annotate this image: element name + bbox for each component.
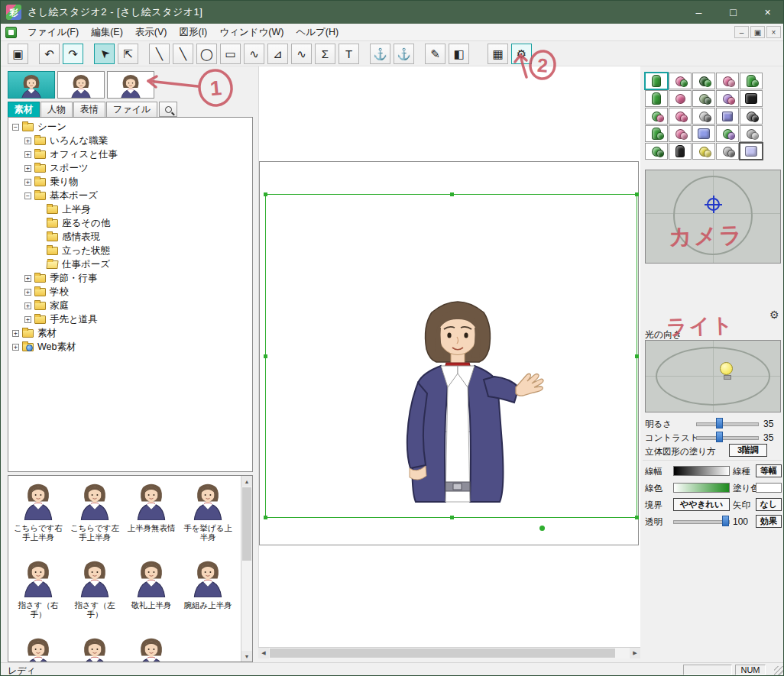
fill-color-swatch[interactable] (756, 483, 782, 493)
material-tile[interactable] (692, 143, 715, 160)
tree-item[interactable]: 座るその他 (8, 216, 252, 230)
tree-item[interactable]: +Web素材 (8, 340, 252, 354)
selection-handle[interactable] (264, 354, 267, 358)
tree-expand-minus[interactable]: − (12, 124, 19, 131)
rectangle-button[interactable]: ▭ (220, 44, 241, 64)
material-tile[interactable] (716, 90, 739, 107)
scroll-right-icon[interactable]: ▶ (630, 648, 640, 658)
tree-item[interactable]: 感情表現 (8, 230, 252, 244)
line-color-swatch[interactable] (673, 483, 730, 493)
segment-button[interactable]: ╲ (173, 44, 193, 64)
pose-item[interactable]: こちらです右手上半身 (10, 476, 66, 553)
tree-expand-plus[interactable]: + (24, 179, 31, 186)
line-button[interactable]: ╲ (149, 44, 170, 64)
tab-expression[interactable]: 表情 (73, 102, 105, 117)
selection-handle[interactable] (450, 516, 454, 519)
line-type-button[interactable]: 等幅 (756, 464, 782, 477)
gear-icon[interactable]: ⚙ (769, 309, 779, 321)
tree-expand-minus[interactable]: − (24, 192, 31, 199)
scroll-down-icon[interactable]: ▼ (241, 651, 252, 661)
material-tile[interactable] (740, 143, 763, 160)
material-tile[interactable] (645, 90, 668, 107)
pose-item[interactable]: 指さす（左手） (66, 553, 123, 630)
eyedropper-button[interactable]: ✎ (425, 44, 445, 64)
selection-handle[interactable] (635, 516, 639, 519)
tree-item[interactable]: +乗り物 (8, 175, 252, 189)
material-tile[interactable] (740, 73, 763, 89)
material-tile[interactable] (716, 143, 739, 160)
material-tile[interactable] (669, 143, 692, 160)
line-width-slider[interactable] (673, 466, 730, 476)
tree-expand-plus[interactable]: + (24, 316, 31, 323)
pose-item[interactable]: こちらです左手上半身 (66, 476, 123, 553)
text-button[interactable]: T (339, 44, 359, 64)
tree-expand-plus[interactable]: + (24, 165, 31, 172)
tree-expand-plus[interactable]: + (24, 137, 31, 144)
material-tile[interactable] (740, 108, 763, 125)
rotation-handle[interactable] (539, 526, 545, 531)
slider-thumb[interactable] (716, 418, 723, 429)
tree-item[interactable]: 上半身 (8, 202, 252, 216)
anchor-button[interactable]: ⚓ (370, 44, 390, 64)
tree-item[interactable]: +家庭 (8, 299, 252, 312)
mdi-restore-button[interactable]: ▣ (750, 26, 765, 38)
arrow-button[interactable]: なし (756, 498, 782, 511)
menu-item[interactable]: ヘルプ(H) (290, 24, 345, 41)
tree-expand-plus[interactable]: + (12, 344, 19, 351)
tree-item[interactable]: +いろんな職業 (8, 134, 252, 147)
character-thumbnail[interactable] (8, 71, 55, 99)
tree-item[interactable]: +学校 (8, 285, 252, 299)
select-button[interactable]: ➤ (94, 44, 115, 64)
settings-button[interactable]: ⚙ (511, 44, 532, 64)
shading-button[interactable]: 3階調 (729, 444, 767, 457)
material-tile[interactable] (692, 125, 715, 142)
material-tile[interactable] (669, 125, 692, 142)
selection-handle[interactable] (635, 354, 639, 358)
material-tile[interactable] (692, 108, 715, 125)
camera-target-icon[interactable] (707, 198, 720, 211)
tab-material[interactable]: 素材 (8, 102, 40, 117)
pose-scrollbar[interactable]: ▲ ▼ (241, 476, 252, 661)
scroll-left-icon[interactable]: ◀ (258, 648, 269, 658)
pose-item[interactable] (123, 630, 180, 662)
material-tile[interactable] (645, 108, 668, 125)
search-button[interactable] (159, 102, 177, 117)
tree-item[interactable]: +スポーツ (8, 161, 252, 175)
tree-expand-plus[interactable]: + (24, 289, 31, 296)
tree-item[interactable]: 立った状態 (8, 244, 252, 257)
material-tile[interactable] (669, 90, 692, 107)
slider-thumb[interactable] (722, 516, 729, 526)
tree-expand-plus[interactable]: + (24, 275, 31, 282)
pose-item[interactable] (66, 630, 123, 662)
character-thumbnail[interactable] (107, 71, 154, 99)
brightness-slider[interactable] (696, 417, 759, 429)
boundary-button[interactable]: ややきれい (673, 498, 730, 511)
layout-button[interactable]: ▦ (488, 44, 508, 64)
tree-item[interactable]: +手先と道具 (8, 312, 252, 326)
effects-button[interactable]: 効果 (756, 515, 782, 528)
selection-box[interactable] (265, 194, 637, 518)
tree-item[interactable]: 仕事ポーズ (8, 257, 252, 271)
material-tile[interactable] (645, 125, 668, 142)
tab-person[interactable]: 人物 (40, 102, 73, 117)
pose-item[interactable]: 上半身無表情 (123, 476, 180, 553)
closed-curve-button[interactable]: Σ (315, 44, 335, 64)
selection-handle[interactable] (635, 192, 639, 196)
scrollbar-thumb[interactable] (242, 487, 251, 561)
menu-item[interactable]: 表示(V) (129, 24, 173, 41)
selection-handle[interactable] (450, 192, 454, 196)
tree-item[interactable]: +オフィスと仕事 (8, 147, 252, 161)
slider-thumb[interactable] (716, 432, 723, 442)
polygon-button[interactable]: ⊿ (267, 44, 288, 64)
material-tile[interactable] (692, 90, 715, 107)
duplicate-button[interactable]: ▣ (8, 44, 28, 64)
close-button[interactable]: × (750, 1, 784, 24)
light-bulb-icon[interactable] (720, 362, 733, 375)
material-tile[interactable] (645, 73, 668, 89)
resize-grip[interactable] (774, 666, 784, 676)
pose-item[interactable] (10, 630, 66, 662)
anchor-move-button[interactable]: ⚓ (394, 44, 414, 64)
mdi-minimize-button[interactable]: – (734, 26, 749, 38)
menu-item[interactable]: 編集(E) (85, 24, 129, 41)
material-tile[interactable] (669, 108, 692, 125)
